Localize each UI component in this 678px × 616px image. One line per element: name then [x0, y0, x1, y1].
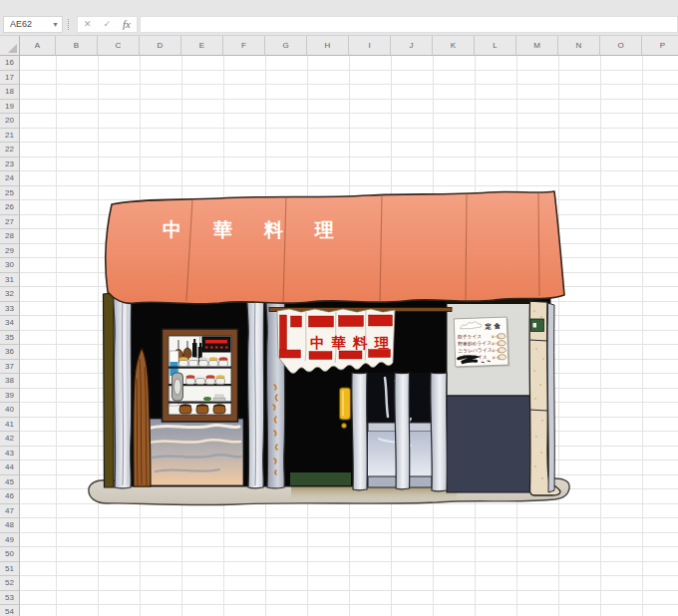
small-green-sign — [531, 319, 544, 332]
select-all-corner[interactable] — [0, 36, 20, 56]
column-header-I[interactable]: I — [349, 36, 391, 56]
row-header-26[interactable]: 26 — [0, 200, 20, 215]
row-header-33[interactable]: 33 — [0, 302, 20, 317]
column-headers: ABCDEFGHIJKLMNOP — [0, 36, 678, 56]
menu-wall: 定食 餃子ライス 野菜炒めライス ニラレバライス 肉野菜ライス ¥−0 ¥−0 … — [447, 298, 531, 492]
name-box[interactable]: AE62 ▼ — [3, 16, 63, 33]
row-header-38[interactable]: 38 — [0, 374, 20, 389]
formula-input[interactable] — [140, 16, 678, 33]
row-header-28[interactable]: 28 — [0, 229, 20, 244]
row-header-49[interactable]: 49 — [0, 533, 20, 548]
row-header-29[interactable]: 29 — [0, 244, 20, 259]
window-lower-panel — [146, 419, 243, 485]
row-header-51[interactable]: 51 — [0, 562, 20, 577]
noren-text: 中華料理 — [310, 335, 396, 351]
gridline — [642, 56, 643, 616]
row-header-32[interactable]: 32 — [0, 287, 20, 302]
middle-pillar — [247, 294, 264, 488]
menu-price-2: ¥−0 — [492, 341, 500, 346]
gridline — [600, 56, 601, 616]
column-header-B[interactable]: B — [56, 36, 98, 56]
row-header-45[interactable]: 45 — [0, 475, 20, 490]
row-header-42[interactable]: 42 — [0, 432, 20, 447]
figurine — [172, 373, 183, 401]
row-header-53[interactable]: 53 — [0, 591, 20, 606]
row-headers: 1617181920212223242526272829303132333435… — [0, 56, 20, 616]
column-header-J[interactable]: J — [391, 36, 433, 56]
formula-bar-row: AE62 ▼ ✕ ✓ fx — [0, 0, 678, 36]
row-header-23[interactable]: 23 — [0, 157, 20, 172]
row-header-24[interactable]: 24 — [0, 171, 20, 186]
spreadsheet-window: AE62 ▼ ✕ ✓ fx ABCDEFGHIJKLMNOP 161718192… — [0, 0, 678, 616]
name-box-value: AE62 — [10, 19, 32, 29]
column-header-A[interactable]: A — [20, 36, 56, 56]
column-header-L[interactable]: L — [475, 36, 516, 56]
cancel-icon[interactable]: ✕ — [84, 17, 92, 32]
column-header-K[interactable]: K — [433, 36, 475, 56]
display-window — [163, 329, 238, 422]
column-header-D[interactable]: D — [140, 36, 181, 56]
row-header-43[interactable]: 43 — [0, 447, 20, 462]
row-header-37[interactable]: 37 — [0, 360, 20, 375]
row-header-50[interactable]: 50 — [0, 547, 20, 562]
awning: 中華料理 — [106, 191, 564, 304]
row-header-30[interactable]: 30 — [0, 258, 20, 273]
column-header-O[interactable]: O — [600, 36, 642, 56]
column-header-N[interactable]: N — [558, 36, 600, 56]
row-header-41[interactable]: 41 — [0, 418, 20, 433]
column-header-P[interactable]: P — [642, 36, 678, 56]
column-header-H[interactable]: H — [307, 36, 349, 56]
row-header-34[interactable]: 34 — [0, 316, 20, 331]
column-header-E[interactable]: E — [181, 36, 223, 56]
row-header-52[interactable]: 52 — [0, 576, 20, 591]
restaurant-illustration[interactable]: 定食 餃子ライス 野菜炒めライス ニラレバライス 肉野菜ライス ¥−0 ¥−0 … — [85, 182, 575, 511]
row-header-27[interactable]: 27 — [0, 215, 20, 230]
row-header-17[interactable]: 17 — [0, 71, 20, 86]
column-header-C[interactable]: C — [98, 36, 140, 56]
row-header-46[interactable]: 46 — [0, 489, 20, 504]
formula-buttons: ✕ ✓ fx — [77, 16, 138, 33]
row-header-22[interactable]: 22 — [0, 143, 20, 157]
restaurant-illustration-svg: 定食 餃子ライス 野菜炒めライス ニラレバライス 肉野菜ライス ¥−0 ¥−0 … — [85, 182, 575, 511]
menu-price-1: ¥−0 — [492, 334, 500, 339]
left-pillar — [114, 294, 132, 488]
row-header-44[interactable]: 44 — [0, 461, 20, 475]
row-header-19[interactable]: 19 — [0, 100, 20, 115]
column-header-F[interactable]: F — [223, 36, 265, 56]
row-header-31[interactable]: 31 — [0, 273, 20, 288]
row-header-48[interactable]: 48 — [0, 518, 20, 533]
corner-pillar — [529, 301, 560, 495]
divider — [68, 19, 69, 30]
menu-price-4: ¥−0 — [493, 355, 501, 360]
row-header-25[interactable]: 25 — [0, 186, 20, 201]
column-header-M[interactable]: M — [516, 36, 558, 56]
menu-price-3: ¥−0 — [492, 348, 500, 353]
insert-function-icon[interactable]: fx — [123, 17, 131, 32]
row-header-18[interactable]: 18 — [0, 85, 20, 100]
row-header-54[interactable]: 54 — [0, 605, 20, 616]
row-header-35[interactable]: 35 — [0, 331, 20, 346]
awning-text: 中華料理 — [163, 219, 366, 240]
menu-board: 定食 餃子ライス 野菜炒めライス ニラレバライス 肉野菜ライス ¥−0 ¥−0 … — [454, 317, 509, 368]
led-price-sign — [202, 337, 230, 352]
row-header-40[interactable]: 40 — [0, 403, 20, 418]
row-header-39[interactable]: 39 — [0, 389, 20, 404]
row-header-36[interactable]: 36 — [0, 345, 20, 360]
enter-icon[interactable]: ✓ — [104, 17, 112, 32]
row-header-16[interactable]: 16 — [0, 56, 20, 71]
row-header-20[interactable]: 20 — [0, 114, 20, 129]
column-header-G[interactable]: G — [265, 36, 307, 56]
row-header-47[interactable]: 47 — [0, 504, 20, 519]
chevron-down-icon[interactable]: ▼ — [52, 21, 59, 28]
row-header-21[interactable]: 21 — [0, 129, 20, 144]
gridline — [56, 56, 57, 616]
